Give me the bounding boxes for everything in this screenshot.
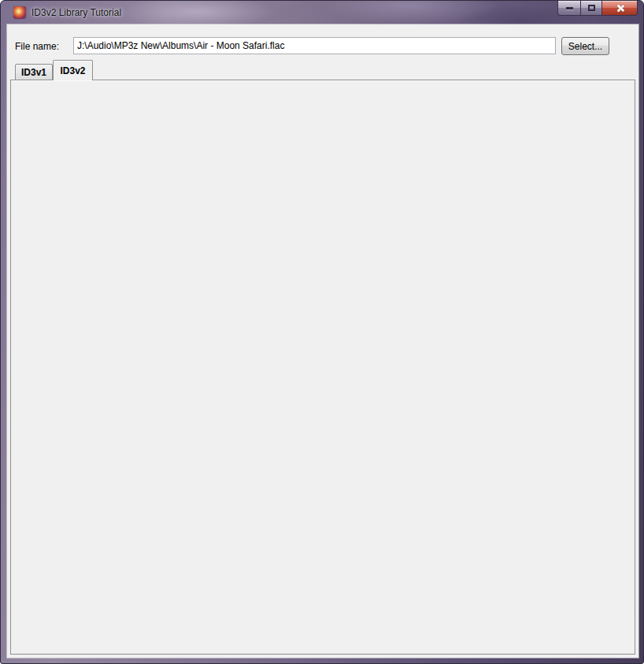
maximize-icon <box>588 5 595 11</box>
tab-id3v1[interactable]: ID3v1 <box>15 64 53 80</box>
titlebar[interactable]: ID3v2 Library Tutorial <box>1 1 644 24</box>
close-icon <box>616 4 624 13</box>
app-icon <box>13 6 26 19</box>
close-button[interactable] <box>601 1 638 16</box>
minimize-button[interactable] <box>557 1 581 16</box>
file-name-input[interactable] <box>73 37 556 54</box>
window-title: ID3v2 Library Tutorial <box>31 7 121 18</box>
maximize-button[interactable] <box>580 1 602 16</box>
app-window: ID3v2 Library Tutorial File name: Select… <box>0 0 644 664</box>
file-name-label: File name: <box>15 41 59 52</box>
minimize-icon <box>566 7 573 9</box>
tab-id3v2[interactable]: ID3v2 <box>53 60 93 80</box>
select-file-button[interactable]: Select... <box>561 37 609 55</box>
tab-page <box>10 80 635 655</box>
